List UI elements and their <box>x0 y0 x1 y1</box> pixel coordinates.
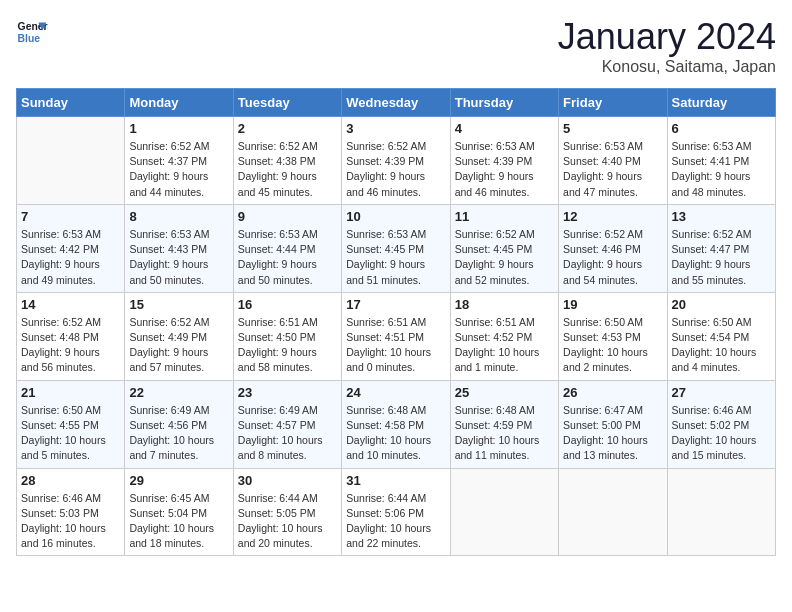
calendar-cell: 24Sunrise: 6:48 AMSunset: 4:58 PMDayligh… <box>342 380 450 468</box>
day-info: Sunrise: 6:53 AMSunset: 4:45 PMDaylight:… <box>346 227 445 288</box>
calendar-cell: 25Sunrise: 6:48 AMSunset: 4:59 PMDayligh… <box>450 380 558 468</box>
day-number: 14 <box>21 297 120 312</box>
calendar-cell: 27Sunrise: 6:46 AMSunset: 5:02 PMDayligh… <box>667 380 775 468</box>
calendar-title: January 2024 <box>558 16 776 58</box>
day-info: Sunrise: 6:50 AMSunset: 4:55 PMDaylight:… <box>21 403 120 464</box>
day-number: 16 <box>238 297 337 312</box>
calendar-cell: 8Sunrise: 6:53 AMSunset: 4:43 PMDaylight… <box>125 204 233 292</box>
day-number: 5 <box>563 121 662 136</box>
day-number: 11 <box>455 209 554 224</box>
calendar-cell <box>559 468 667 556</box>
day-info: Sunrise: 6:53 AMSunset: 4:39 PMDaylight:… <box>455 139 554 200</box>
day-number: 4 <box>455 121 554 136</box>
weekday-header: Friday <box>559 89 667 117</box>
day-info: Sunrise: 6:44 AMSunset: 5:06 PMDaylight:… <box>346 491 445 552</box>
calendar-cell: 22Sunrise: 6:49 AMSunset: 4:56 PMDayligh… <box>125 380 233 468</box>
calendar-cell: 3Sunrise: 6:52 AMSunset: 4:39 PMDaylight… <box>342 117 450 205</box>
day-info: Sunrise: 6:51 AMSunset: 4:51 PMDaylight:… <box>346 315 445 376</box>
day-number: 23 <box>238 385 337 400</box>
calendar-cell: 13Sunrise: 6:52 AMSunset: 4:47 PMDayligh… <box>667 204 775 292</box>
day-info: Sunrise: 6:51 AMSunset: 4:50 PMDaylight:… <box>238 315 337 376</box>
day-number: 12 <box>563 209 662 224</box>
calendar-cell: 23Sunrise: 6:49 AMSunset: 4:57 PMDayligh… <box>233 380 341 468</box>
calendar-cell: 4Sunrise: 6:53 AMSunset: 4:39 PMDaylight… <box>450 117 558 205</box>
day-number: 3 <box>346 121 445 136</box>
calendar-cell: 21Sunrise: 6:50 AMSunset: 4:55 PMDayligh… <box>17 380 125 468</box>
calendar-cell: 29Sunrise: 6:45 AMSunset: 5:04 PMDayligh… <box>125 468 233 556</box>
calendar-cell: 1Sunrise: 6:52 AMSunset: 4:37 PMDaylight… <box>125 117 233 205</box>
day-number: 27 <box>672 385 771 400</box>
day-info: Sunrise: 6:50 AMSunset: 4:53 PMDaylight:… <box>563 315 662 376</box>
day-info: Sunrise: 6:52 AMSunset: 4:45 PMDaylight:… <box>455 227 554 288</box>
weekday-header: Wednesday <box>342 89 450 117</box>
day-info: Sunrise: 6:49 AMSunset: 4:56 PMDaylight:… <box>129 403 228 464</box>
day-info: Sunrise: 6:46 AMSunset: 5:02 PMDaylight:… <box>672 403 771 464</box>
day-info: Sunrise: 6:46 AMSunset: 5:03 PMDaylight:… <box>21 491 120 552</box>
day-number: 1 <box>129 121 228 136</box>
day-info: Sunrise: 6:51 AMSunset: 4:52 PMDaylight:… <box>455 315 554 376</box>
page-header: General Blue January 2024 Konosu, Saitam… <box>16 16 776 76</box>
weekday-header: Tuesday <box>233 89 341 117</box>
day-number: 9 <box>238 209 337 224</box>
calendar-cell: 2Sunrise: 6:52 AMSunset: 4:38 PMDaylight… <box>233 117 341 205</box>
day-number: 29 <box>129 473 228 488</box>
calendar-cell <box>667 468 775 556</box>
day-info: Sunrise: 6:48 AMSunset: 4:59 PMDaylight:… <box>455 403 554 464</box>
day-info: Sunrise: 6:53 AMSunset: 4:40 PMDaylight:… <box>563 139 662 200</box>
weekday-header: Sunday <box>17 89 125 117</box>
day-number: 22 <box>129 385 228 400</box>
day-info: Sunrise: 6:52 AMSunset: 4:47 PMDaylight:… <box>672 227 771 288</box>
day-number: 21 <box>21 385 120 400</box>
day-info: Sunrise: 6:52 AMSunset: 4:48 PMDaylight:… <box>21 315 120 376</box>
calendar-cell <box>450 468 558 556</box>
day-info: Sunrise: 6:52 AMSunset: 4:38 PMDaylight:… <box>238 139 337 200</box>
day-number: 30 <box>238 473 337 488</box>
day-info: Sunrise: 6:48 AMSunset: 4:58 PMDaylight:… <box>346 403 445 464</box>
calendar-subtitle: Konosu, Saitama, Japan <box>558 58 776 76</box>
calendar-cell: 28Sunrise: 6:46 AMSunset: 5:03 PMDayligh… <box>17 468 125 556</box>
calendar-cell: 18Sunrise: 6:51 AMSunset: 4:52 PMDayligh… <box>450 292 558 380</box>
day-number: 15 <box>129 297 228 312</box>
calendar-cell: 11Sunrise: 6:52 AMSunset: 4:45 PMDayligh… <box>450 204 558 292</box>
day-number: 2 <box>238 121 337 136</box>
title-block: January 2024 Konosu, Saitama, Japan <box>558 16 776 76</box>
day-number: 6 <box>672 121 771 136</box>
day-number: 13 <box>672 209 771 224</box>
logo: General Blue <box>16 16 48 48</box>
day-number: 24 <box>346 385 445 400</box>
calendar-cell <box>17 117 125 205</box>
day-info: Sunrise: 6:53 AMSunset: 4:44 PMDaylight:… <box>238 227 337 288</box>
day-number: 26 <box>563 385 662 400</box>
day-info: Sunrise: 6:53 AMSunset: 4:41 PMDaylight:… <box>672 139 771 200</box>
day-number: 7 <box>21 209 120 224</box>
day-info: Sunrise: 6:52 AMSunset: 4:39 PMDaylight:… <box>346 139 445 200</box>
calendar-cell: 6Sunrise: 6:53 AMSunset: 4:41 PMDaylight… <box>667 117 775 205</box>
calendar-cell: 12Sunrise: 6:52 AMSunset: 4:46 PMDayligh… <box>559 204 667 292</box>
day-info: Sunrise: 6:49 AMSunset: 4:57 PMDaylight:… <box>238 403 337 464</box>
calendar-cell: 31Sunrise: 6:44 AMSunset: 5:06 PMDayligh… <box>342 468 450 556</box>
weekday-header: Monday <box>125 89 233 117</box>
svg-text:Blue: Blue <box>18 33 41 44</box>
day-info: Sunrise: 6:53 AMSunset: 4:43 PMDaylight:… <box>129 227 228 288</box>
logo-icon: General Blue <box>16 16 48 48</box>
calendar-cell: 17Sunrise: 6:51 AMSunset: 4:51 PMDayligh… <box>342 292 450 380</box>
calendar-cell: 30Sunrise: 6:44 AMSunset: 5:05 PMDayligh… <box>233 468 341 556</box>
calendar-cell: 7Sunrise: 6:53 AMSunset: 4:42 PMDaylight… <box>17 204 125 292</box>
day-number: 8 <box>129 209 228 224</box>
calendar-table: SundayMondayTuesdayWednesdayThursdayFrid… <box>16 88 776 556</box>
calendar-cell: 20Sunrise: 6:50 AMSunset: 4:54 PMDayligh… <box>667 292 775 380</box>
calendar-cell: 5Sunrise: 6:53 AMSunset: 4:40 PMDaylight… <box>559 117 667 205</box>
calendar-cell: 16Sunrise: 6:51 AMSunset: 4:50 PMDayligh… <box>233 292 341 380</box>
weekday-header: Saturday <box>667 89 775 117</box>
weekday-header: Thursday <box>450 89 558 117</box>
day-number: 10 <box>346 209 445 224</box>
day-number: 17 <box>346 297 445 312</box>
calendar-cell: 14Sunrise: 6:52 AMSunset: 4:48 PMDayligh… <box>17 292 125 380</box>
day-number: 18 <box>455 297 554 312</box>
day-number: 31 <box>346 473 445 488</box>
day-info: Sunrise: 6:44 AMSunset: 5:05 PMDaylight:… <box>238 491 337 552</box>
calendar-cell: 19Sunrise: 6:50 AMSunset: 4:53 PMDayligh… <box>559 292 667 380</box>
day-info: Sunrise: 6:47 AMSunset: 5:00 PMDaylight:… <box>563 403 662 464</box>
day-number: 19 <box>563 297 662 312</box>
day-info: Sunrise: 6:53 AMSunset: 4:42 PMDaylight:… <box>21 227 120 288</box>
